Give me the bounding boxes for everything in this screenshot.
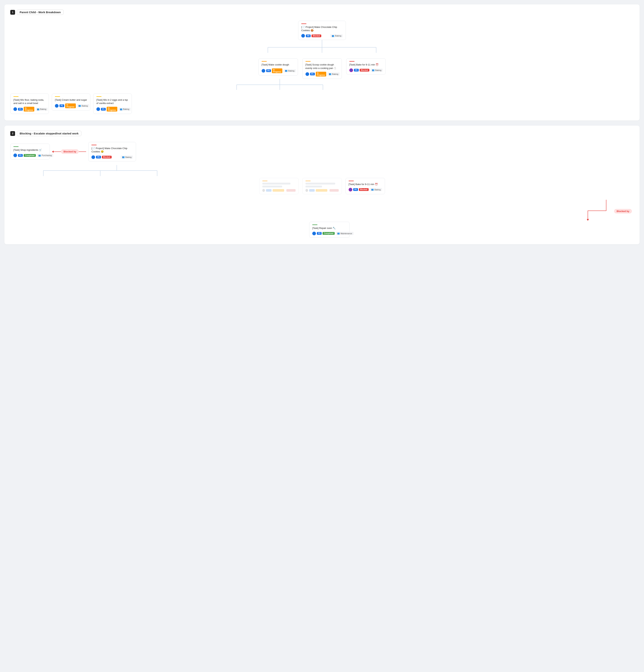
- l1c2-footer-left: 👤 P0 Blocked: [349, 69, 370, 72]
- l2c1-footer-left: 👤 P1 In Progress: [55, 104, 76, 108]
- bake-footer-left: 👤 P0 Blocked: [349, 188, 368, 191]
- repair-card[interactable]: [Task] Repair oven 🔧 👤 P2 Completed 👥 Ma…: [309, 222, 350, 238]
- s2-bc1-footer: [305, 189, 339, 192]
- bake-team: 👥 Baking: [370, 188, 382, 191]
- l2c1-priority: P1: [59, 104, 64, 107]
- s2-root-title: [📄 Project] Make Chocolate Chip Cookies …: [91, 147, 133, 153]
- s2-bc1-blur2: [305, 185, 322, 188]
- level2-card-0[interactable]: [Task] Mix flour, baking soda, and salt …: [10, 94, 49, 114]
- repair-avatar: 👤: [312, 232, 316, 235]
- shop-avatar: 👤: [13, 154, 17, 157]
- level2-row: [Task] Mix flour, baking soda, and salt …: [10, 94, 634, 114]
- s2-bc0-circle: [262, 189, 265, 192]
- root-card[interactable]: [📄 Project] Make Chocolate Chip Cookies …: [298, 21, 346, 40]
- l2c0-footer: 👤 P1 In Progress 👥 Baking: [13, 107, 46, 111]
- shop-card[interactable]: [Task] Shop ingredients 🛒 👤 P1 Completed…: [10, 144, 50, 159]
- l2c0-footer-left: 👤 P1 In Progress: [13, 107, 34, 111]
- level1-card-1[interactable]: [Task] Scoop cookie dough evenly onto a …: [302, 58, 342, 79]
- l2c0-team: 👥 Baking: [35, 108, 48, 111]
- s2-bc0-blur2: [262, 185, 282, 188]
- l1c0-team: 👥 Baking: [283, 69, 296, 72]
- bake-accent: [349, 181, 354, 181]
- level2-card-2[interactable]: [Task] Mix in 2 eggs and a tsp of vanill…: [93, 94, 132, 114]
- l1c1-team-icon: 👥: [329, 73, 331, 75]
- repair-status: Completed: [323, 232, 335, 235]
- l2c2-accent: [96, 96, 102, 97]
- l1c0-footer-left: 👤 P0 In Progress: [261, 69, 282, 73]
- s2-root-card[interactable]: [📄 Project] Make Chocolate Chip Cookies …: [88, 142, 136, 161]
- root-avatar: 👤: [301, 34, 305, 38]
- l1c0-avatar: 👤: [261, 69, 265, 73]
- l1c1-priority: P1: [310, 73, 315, 75]
- l2c2-team-icon: 👥: [120, 108, 122, 110]
- repair-footer-left: 👤 P2 Completed: [312, 232, 335, 235]
- l1c0-accent: [261, 61, 267, 62]
- l1c1-footer-left: 👤 P1 In Progress: [305, 72, 326, 76]
- section1-diagram: [📄 Project] Make Chocolate Chip Cookies …: [10, 21, 634, 114]
- shop-status: Completed: [24, 154, 36, 157]
- l2c2-status: In Progress: [107, 107, 117, 111]
- root-priority-badge: P0: [306, 35, 311, 37]
- root-team-badge: 👥 Baking: [330, 34, 343, 37]
- s2-blocked-by-area: Blocked by: [10, 200, 634, 222]
- level1-card-2[interactable]: [Task] Bake for 9-11 min ⏰ 👤 P0 Blocked …: [346, 58, 386, 74]
- s2-root-priority: P0: [96, 156, 101, 158]
- level1-card-0[interactable]: [Task] Make cookie dough 👤 P0 In Progres…: [258, 58, 298, 75]
- root-card-accent: [301, 23, 306, 24]
- repair-row: [Task] Repair oven 🔧 👤 P2 Completed 👥 Ma…: [10, 222, 644, 238]
- l1c1-title: [Task] Scoop cookie dough evenly onto a …: [305, 63, 339, 70]
- l1c2-title: [Task] Bake for 9-11 min ⏰: [349, 63, 383, 67]
- l2c2-priority: P1: [101, 108, 106, 111]
- bake-team-icon: 👥: [371, 188, 374, 191]
- repair-footer: 👤 P2 Completed 👥 Maintenance: [312, 232, 347, 235]
- bake-avatar: 👤: [349, 188, 352, 191]
- section2: 2 Blocking - Escalate stopped/not starte…: [4, 125, 640, 244]
- repair-title: [Task] Repair oven 🔧: [312, 227, 347, 230]
- l1c0-priority: P0: [266, 69, 271, 72]
- root-team-icon: 👥: [332, 35, 334, 37]
- l2c0-accent: [13, 96, 19, 97]
- blocked-by-label1: Blocked by: [61, 149, 79, 154]
- s2-level1-row: [Task] Bake for 9-11 min ⏰ 👤 P0 Blocked …: [10, 178, 634, 194]
- l1c1-accent: [305, 61, 311, 62]
- l1c1-avatar: 👤: [305, 72, 309, 76]
- l1c1-footer: 👤 P1 In Progress 👥 Baking: [305, 72, 339, 76]
- s2-root-footer-left: 👤 P0 Blocked: [91, 155, 112, 159]
- s2-bc0-blur1: [262, 183, 291, 184]
- arrow-line: [54, 152, 61, 152]
- shop-priority: P1: [18, 154, 23, 157]
- l2c0-title: [Task] Mix flour, baking soda, and salt …: [13, 98, 46, 105]
- section1: 1 Parent Child - Work Breakdown [📄 Proje…: [4, 4, 640, 120]
- repair-team-icon: 👥: [337, 232, 340, 235]
- root-card-footer: 👤 P0 Blocked 👥 Baking: [301, 34, 343, 38]
- s2-bc0-footer: [262, 189, 295, 192]
- blocked-by-label2-container: Blocked by: [614, 210, 632, 213]
- level2-card-1[interactable]: [Task] Cream butter and sugar 👤 P1 In Pr…: [52, 94, 90, 111]
- l2c1-footer: 👤 P1 In Progress 👥 Baking: [55, 104, 87, 108]
- s2-bc1-blur1: [305, 183, 336, 184]
- s2-blurred-card-1: [302, 178, 342, 194]
- svg-marker-15: [587, 219, 589, 221]
- repair-team: 👥 Maintenance: [336, 232, 354, 235]
- l2c1-accent: [55, 96, 60, 97]
- l2c1-team-icon: 👥: [78, 105, 81, 107]
- s2-root-footer: 👤 P0 Blocked 👥 Baking: [91, 155, 133, 159]
- l2c2-avatar: 👤: [96, 107, 100, 111]
- s2-bc0-badge2: [273, 189, 284, 192]
- l1c0-title: [Task] Make cookie dough: [261, 63, 295, 67]
- shop-team: 👥 Purchasing: [37, 154, 53, 157]
- shop-footer-left: 👤 P1 Completed: [13, 154, 36, 157]
- arrow-line2: [79, 152, 86, 152]
- l1c2-avatar: 👤: [349, 69, 353, 72]
- shop-title: [Task] Shop ingredients 🛒: [13, 148, 47, 152]
- s2-bc1-circle: [305, 189, 308, 192]
- s2-tree-svg: [10, 165, 176, 178]
- bake-footer: 👤 P0 Blocked 👥 Baking: [349, 188, 382, 191]
- s2-blurred-card-0: [259, 178, 299, 194]
- l2c1-title: [Task] Cream butter and sugar: [55, 98, 87, 101]
- root-card-title: [📄 Project] Make Chocolate Chip Cookies …: [301, 25, 343, 32]
- bake-card[interactable]: [Task] Bake for 9-11 min ⏰ 👤 P0 Blocked …: [346, 178, 385, 194]
- section1-title: Parent Child - Work Breakdown: [17, 10, 63, 15]
- section1-header: 1 Parent Child - Work Breakdown: [10, 10, 634, 15]
- shop-accent: [13, 146, 19, 147]
